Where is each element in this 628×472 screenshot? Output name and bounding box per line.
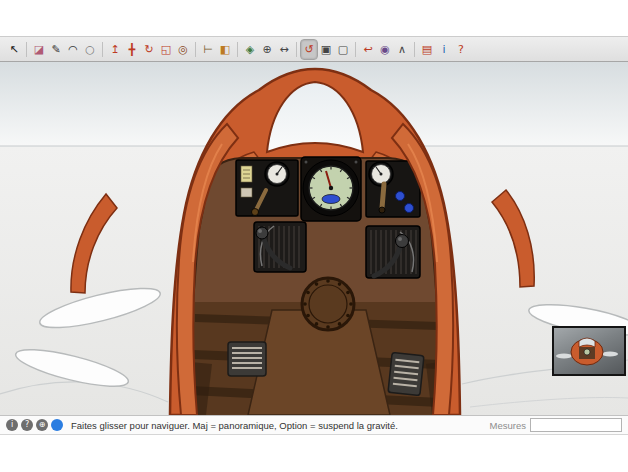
toolbar-separator [355,42,356,57]
preview-plane-image [554,328,620,370]
window-top-margin [0,0,628,36]
app-window: ↖◪✎◠○↥╋↻◱◎⊢◧◈⊕↔↺▣▢↩◉∧▤i? [0,0,628,472]
tool-component-button[interactable]: ◈ [242,40,258,59]
help-icon[interactable]: ? [21,419,33,431]
floor-vent-left [228,342,266,376]
toolbar-separator [195,42,196,57]
tool-zoom-extents-button[interactable]: ▢ [335,40,351,59]
throttle-right [366,226,420,278]
measurements-label: Mesures [490,420,526,431]
tool-section-plane-button[interactable]: ▤ [419,40,435,59]
toolbar: ↖◪✎◠○↥╋↻◱◎⊢◧◈⊕↔↺▣▢↩◉∧▤i? [0,36,628,62]
statusbar-message: Faites glisser pour naviguer. Maj = pano… [71,420,398,431]
gauge-blue-window [322,195,340,204]
tool-pan-button[interactable]: ↔ [276,40,292,59]
toolbar-separator [26,42,27,57]
tool-zoom-window-button[interactable]: ▣ [318,40,334,59]
tool-instructor-button[interactable]: ? [453,40,469,59]
tool-zoom-button[interactable]: ⊕ [259,40,275,59]
tool-push-pull-button[interactable]: ↥ [107,40,123,59]
blue-knob-lower [405,204,414,213]
left-gauge-panel [236,160,298,216]
blue-knob-upper [396,192,405,201]
toolbar-separator [237,42,238,57]
floor-vent-right [388,352,424,395]
measurements-input[interactable] [530,418,622,432]
tool-scale-button[interactable]: ◱ [158,40,174,59]
window-bottom-margin [0,435,628,472]
tool-model-info-button[interactable]: i [436,40,452,59]
tool-previous-view-button[interactable]: ↩ [360,40,376,59]
viewport-3d[interactable] [0,62,628,415]
model-canvas [0,62,628,415]
center-gauge [301,157,361,221]
throttle-left [254,222,306,272]
model-preview-thumbnail[interactable] [552,326,626,376]
tool-eraser-button[interactable]: ◪ [31,40,47,59]
tool-rotate-button[interactable]: ↻ [141,40,157,59]
geolocation-icon[interactable]: ⊕ [36,419,48,431]
tool-arc-button[interactable]: ◠ [65,40,81,59]
toolbar-separator [102,42,103,57]
lever-right [382,184,384,208]
tool-select-button[interactable]: ↖ [6,40,22,59]
toolbar-separator [296,42,297,57]
tool-move-button[interactable]: ╋ [124,40,140,59]
tool-paint-bucket-button[interactable]: ◧ [217,40,233,59]
info-icon[interactable]: i [6,419,18,431]
tool-offset-button[interactable]: ◎ [175,40,191,59]
tool-walk-button[interactable]: ∧ [394,40,410,59]
access-hatch [302,278,354,330]
status-dot-icon[interactable] [51,419,63,431]
tool-position-camera-button[interactable]: ◉ [377,40,393,59]
toolbar-separator [414,42,415,57]
statusbar-icons: i?⊕ [6,419,63,431]
tool-circle-button[interactable]: ○ [82,40,98,59]
tool-orbit-button[interactable]: ↺ [301,40,317,59]
statusbar: i?⊕ Faites glisser pour naviguer. Maj = … [0,415,628,435]
tool-tape-measure-button[interactable]: ⊢ [200,40,216,59]
tool-line-button[interactable]: ✎ [48,40,64,59]
